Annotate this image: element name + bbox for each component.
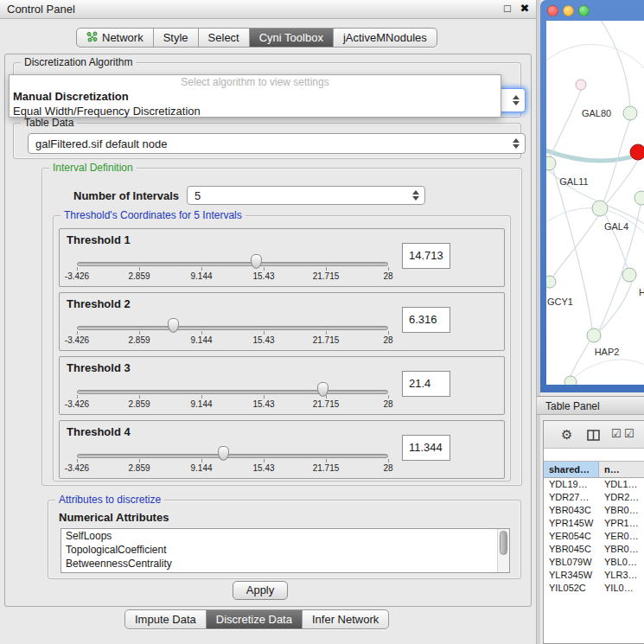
column-header-shared-name[interactable]: shared… — [544, 462, 599, 477]
table-cell: YBR045C — [549, 543, 599, 556]
table-cell: YDR27… — [549, 491, 599, 504]
mac-minimize-icon[interactable] — [563, 5, 574, 16]
slider-scale: -3.4262.8599.14415.4321.71528 — [60, 331, 504, 348]
combo-arrows-icon — [513, 95, 520, 105]
table-data-value: galFiltered.sif default node — [35, 137, 167, 150]
table-cell: YIL052C — [549, 582, 599, 595]
table-row[interactable]: YDL19…YDL1… — [544, 478, 644, 491]
network-view-window: GAL80GAL11GAL4GCY1HHAP2 — [540, 0, 644, 392]
table-cell: YBR043C — [549, 504, 599, 517]
table-row[interactable]: YBR045CYBR0… — [544, 543, 644, 556]
tab-label: Impute Data — [135, 613, 196, 626]
threshold-label: Threshold 3 — [67, 361, 131, 374]
checkbox-icon[interactable]: ☑ — [624, 427, 634, 440]
table-cell: YER0… — [604, 530, 644, 543]
table-panel-window: ⚙ ☑ ☑ shared… n… YDL19…YDL1…YDR27…YDR2…Y… — [543, 420, 644, 644]
table-row[interactable]: YIL052CYIL0… — [544, 582, 644, 595]
tab-jactivemnodules[interactable]: jActiveMNodules — [334, 29, 437, 47]
tab-cyni-toolbox[interactable]: Cyni Toolbox — [250, 29, 334, 47]
scale-tick-label: 21.715 — [313, 463, 340, 473]
dropdown-option-manual-discretization[interactable]: Manual Discretization — [10, 89, 501, 104]
scale-tick — [264, 267, 265, 271]
gear-icon[interactable]: ⚙ — [561, 427, 572, 443]
float-window-icon[interactable]: □ — [500, 2, 515, 15]
tab-discretize-data[interactable]: Discretize Data — [207, 610, 303, 628]
scale-tick-label: 2.859 — [128, 463, 150, 473]
slider-track[interactable] — [77, 390, 388, 394]
checkbox-icon[interactable]: ☑ — [611, 427, 622, 440]
tab-style[interactable]: Style — [154, 29, 199, 47]
scale-tick-label: 2.859 — [128, 399, 150, 409]
scale-tick — [264, 395, 265, 399]
network-node[interactable] — [587, 328, 601, 342]
table-row[interactable]: YPR145WYPR1… — [544, 517, 644, 530]
network-node-label: GAL80 — [582, 108, 611, 118]
scale-tick-label: 9.144 — [190, 463, 212, 473]
control-panel-titlebar: Control Panel □ ✖ — [0, 0, 536, 19]
threshold-value-field[interactable]: 11.344 — [402, 435, 450, 461]
network-node[interactable] — [592, 201, 608, 216]
table-row[interactable]: YLR345WYLR3… — [544, 569, 644, 582]
network-node[interactable] — [630, 144, 644, 160]
columns-icon[interactable] — [587, 429, 600, 443]
close-window-icon[interactable]: ✖ — [517, 2, 532, 15]
list-scrollbar[interactable] — [497, 529, 509, 572]
slider-track[interactable] — [77, 454, 388, 458]
dropdown-placeholder-option[interactable]: Select algorithm to view settings — [10, 75, 501, 89]
attribute-list-item[interactable]: SelfLoops — [61, 529, 509, 543]
table-data-combobox[interactable]: galFiltered.sif default node — [28, 133, 526, 154]
scale-tick-label: 9.144 — [190, 399, 212, 409]
network-canvas[interactable]: GAL80GAL11GAL4GCY1HHAP2 — [546, 21, 644, 385]
table-cell: YIL0… — [604, 582, 644, 595]
table-row[interactable]: YER054CYER0… — [544, 530, 644, 543]
table-row[interactable]: YBL079WYBL0… — [544, 556, 644, 569]
scrollbar-thumb[interactable] — [500, 531, 507, 555]
network-node[interactable] — [564, 376, 577, 385]
threshold-value-field[interactable]: 21.4 — [402, 371, 450, 397]
cyni-toolbox-panel: Discretization Algorithm Table Data galF… — [4, 54, 532, 607]
top-tab-bar: Network Style Select Cyni Toolbox jActiv… — [76, 28, 437, 48]
network-node-label: H — [639, 287, 644, 297]
attribute-list-item[interactable]: TopologicalCoefficient — [61, 543, 509, 557]
slider-track[interactable] — [77, 262, 388, 266]
table-cell: YPR1… — [604, 517, 644, 530]
attribute-list-item[interactable]: BetweennessCentrality — [61, 557, 509, 571]
threshold-value-field[interactable]: 14.713 — [402, 243, 450, 269]
scale-tick-label: 2.859 — [128, 271, 150, 281]
network-node[interactable] — [634, 191, 644, 205]
mac-zoom-icon[interactable] — [578, 5, 590, 16]
table-row[interactable]: YBR043CYBR0… — [544, 504, 644, 517]
scale-tick — [77, 395, 78, 399]
scale-tick — [139, 459, 140, 462]
numerical-attributes-label: Numerical Attributes — [59, 511, 169, 524]
scale-tick-label: 15.43 — [252, 463, 274, 473]
tab-label: Network — [102, 31, 143, 44]
scale-tick-label: 9.144 — [190, 335, 212, 345]
scale-tick — [77, 267, 78, 271]
number-of-intervals-combobox[interactable]: 5 — [187, 186, 425, 205]
scale-tick — [388, 395, 389, 399]
table-cell: YPR145W — [549, 517, 599, 530]
tab-infer-network[interactable]: Infer Network — [303, 610, 388, 628]
group-title: Discretization Algorithm — [21, 56, 136, 68]
scale-tick — [201, 459, 202, 462]
bottom-tab-bar: Impute Data Discretize Data Infer Networ… — [124, 609, 389, 629]
numerical-attributes-list[interactable]: SelfLoopsTopologicalCoefficientBetweenne… — [61, 528, 510, 573]
network-node[interactable] — [622, 268, 636, 282]
network-node[interactable] — [623, 106, 637, 120]
table-row[interactable]: YDR27…YDR2… — [544, 491, 644, 504]
threshold-value-field[interactable]: 6.316 — [402, 307, 450, 333]
dropdown-option-equal-width-frequency[interactable]: Equal Width/Frequency Discretization — [10, 104, 501, 118]
network-node[interactable] — [546, 276, 556, 288]
slider-track[interactable] — [77, 326, 388, 330]
column-header-name[interactable]: n… — [599, 462, 644, 477]
tab-network[interactable]: Network — [77, 29, 154, 47]
network-node[interactable] — [576, 80, 586, 90]
apply-button[interactable]: Apply — [233, 581, 288, 600]
mac-close-icon[interactable] — [547, 5, 558, 16]
scale-tick — [201, 267, 202, 271]
tab-impute-data[interactable]: Impute Data — [125, 610, 207, 628]
tab-select[interactable]: Select — [199, 29, 250, 47]
network-node[interactable] — [546, 156, 556, 170]
scale-tick — [139, 331, 140, 335]
